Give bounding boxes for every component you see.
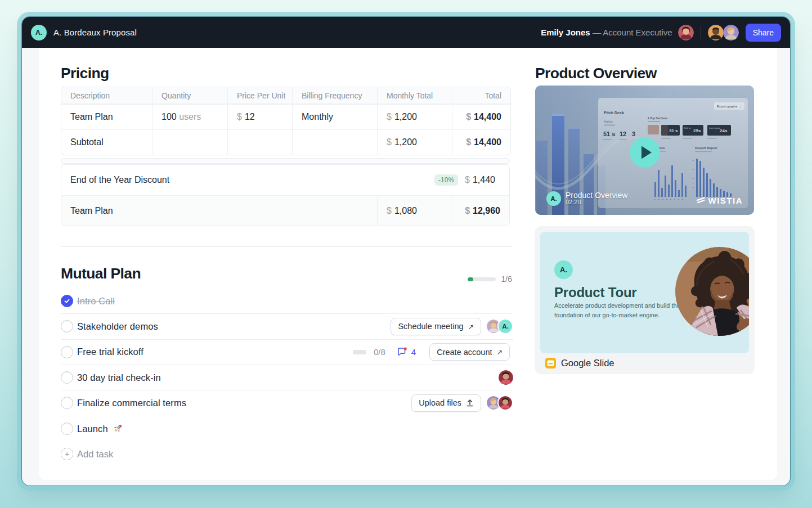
cell-description: Subtotal bbox=[61, 129, 152, 155]
task-row-stakeholder-demos: Stakeholder demos Schedule meeting↗ bbox=[61, 314, 513, 339]
workspace-avatar: A. bbox=[31, 25, 47, 41]
owner-label: Emily Jones — Account Executive bbox=[541, 28, 672, 37]
google-slide-embed[interactable]: A. Product Tour Accelerate product devel… bbox=[535, 226, 755, 374]
subtask-count: 0/8 bbox=[374, 347, 385, 357]
table-row: Subtotal $1,200 $14,400 bbox=[61, 129, 510, 155]
check-icon bbox=[64, 298, 70, 304]
owner-role: Account Executive bbox=[603, 28, 672, 37]
assignee-avatar bbox=[499, 370, 513, 385]
viewer-avatar-1[interactable] bbox=[708, 25, 724, 41]
proposal-window: A. A. Bordeaux Proposal Emily Jones — Ac… bbox=[22, 17, 790, 485]
currency-symbol: $ bbox=[387, 206, 392, 216]
slide-preview: A. Product Tour Accelerate product devel… bbox=[540, 232, 749, 353]
assignee-avatar bbox=[497, 395, 513, 411]
slide-body: Accelerate product development and build… bbox=[554, 301, 690, 320]
proposal-page: Pricing Description Quantity Price Per U… bbox=[39, 48, 777, 480]
monthly-value: 1,080 bbox=[394, 206, 417, 216]
discount-amount-value: 1,440 bbox=[473, 175, 495, 185]
create-account-button[interactable]: Create account↗ bbox=[429, 343, 510, 361]
subtask-progress-pill bbox=[353, 350, 366, 354]
rocket-emoji bbox=[112, 424, 123, 434]
task-checkbox-checked[interactable] bbox=[61, 295, 73, 307]
table-spacer-strip bbox=[61, 158, 510, 164]
arrow-up-right-icon: ↗ bbox=[468, 322, 474, 331]
cell-monthly: $1,200 bbox=[377, 104, 452, 129]
discount-amount: $1,440 bbox=[465, 175, 495, 185]
wistia-logo: WISTIA bbox=[696, 196, 743, 205]
cell-total: $14,400 bbox=[452, 129, 510, 155]
wistia-video-player[interactable]: Pitch Deck Export graphs ↓ Activity 51 s… bbox=[535, 86, 754, 215]
task-checkbox[interactable] bbox=[61, 422, 73, 435]
comments-indicator[interactable]: 4 bbox=[397, 347, 416, 357]
slide-avatar: A. bbox=[554, 260, 573, 279]
quantity-value: 100 bbox=[161, 112, 177, 122]
share-button[interactable]: Share bbox=[746, 24, 781, 42]
upload-files-button[interactable]: Upload files bbox=[411, 394, 481, 412]
currency-symbol: $ bbox=[465, 175, 470, 185]
page-title: A. Bordeaux Proposal bbox=[53, 28, 137, 37]
col-description: Description bbox=[61, 87, 152, 104]
cell-price: $12 bbox=[227, 104, 292, 129]
discount-label: End of the Year Discount bbox=[70, 175, 169, 185]
task-checkbox[interactable] bbox=[61, 346, 73, 358]
task-row-intro-call: Intro Call bbox=[61, 289, 513, 314]
cell-billing: Monthly bbox=[292, 104, 377, 129]
slide-source-label: Google Slide bbox=[561, 358, 614, 368]
progress-track bbox=[468, 277, 496, 281]
comment-count: 4 bbox=[411, 347, 416, 357]
task-label: Stakeholder demos bbox=[77, 321, 158, 332]
upload-icon bbox=[466, 399, 474, 407]
cell-total: $12,960 bbox=[452, 196, 509, 226]
pricing-header-row: Description Quantity Price Per Unit Bill… bbox=[61, 87, 510, 104]
task-label: Free trial kickoff bbox=[77, 347, 143, 357]
task-row-actions bbox=[499, 370, 513, 385]
task-row-30-day-check-in: 30 day trial check-in bbox=[61, 365, 513, 390]
task-checkbox[interactable] bbox=[61, 371, 73, 384]
total-value: 14,400 bbox=[474, 112, 501, 122]
assignee-avatar-image bbox=[499, 370, 513, 385]
monthly-value: 1,200 bbox=[394, 137, 417, 147]
topbar: A. A. Bordeaux Proposal Emily Jones — Ac… bbox=[22, 17, 790, 48]
viewer-avatars bbox=[708, 25, 739, 41]
pricing-table: Description Quantity Price Per Unit Bill… bbox=[61, 87, 511, 155]
progress-count: 1/6 bbox=[501, 275, 512, 284]
cell-monthly: $1,080 bbox=[377, 196, 452, 226]
task-checkbox[interactable] bbox=[61, 320, 73, 332]
cell-description: Team Plan bbox=[61, 196, 377, 226]
currency-symbol: $ bbox=[387, 112, 392, 122]
wistia-wordmark: WISTIA bbox=[708, 196, 743, 205]
monthly-value: 1,200 bbox=[394, 112, 417, 122]
currency-symbol: $ bbox=[466, 112, 471, 122]
button-label: Create account bbox=[437, 348, 492, 357]
task-label: Intro Call bbox=[77, 296, 115, 307]
comment-icon bbox=[397, 347, 407, 357]
assignee-avatar-image bbox=[499, 396, 512, 410]
play-button[interactable] bbox=[629, 137, 661, 168]
owner-separator: — bbox=[593, 28, 601, 37]
viewer-avatar-2[interactable] bbox=[723, 25, 739, 41]
task-row-actions: 0/8 4 Create account↗ bbox=[353, 343, 513, 361]
task-checkbox[interactable] bbox=[61, 397, 73, 409]
product-overview-heading: Product Overview bbox=[535, 65, 657, 82]
price-value: 12 bbox=[245, 112, 255, 122]
task-row-actions: Upload files bbox=[411, 394, 513, 412]
button-label: Upload files bbox=[419, 398, 461, 407]
cell-billing bbox=[292, 129, 377, 155]
add-task-button[interactable]: + Add task bbox=[61, 443, 513, 465]
col-monthly-total: Monthly Total bbox=[377, 87, 452, 104]
topbar-right: Emily Jones — Account Executive bbox=[541, 24, 781, 42]
currency-symbol: $ bbox=[466, 137, 471, 147]
owner-avatar[interactable] bbox=[678, 25, 694, 41]
table-row: Team Plan 100 users $12 Monthly $1,200 $… bbox=[61, 104, 510, 129]
currency-symbol: $ bbox=[237, 112, 242, 122]
quantity-unit: users bbox=[179, 112, 201, 122]
owner-name: Emily Jones bbox=[541, 28, 590, 37]
video-duration: 02:20 bbox=[566, 199, 581, 205]
cell-quantity bbox=[152, 129, 227, 155]
task-list: Intro Call Stakeholder demos Schedule me… bbox=[61, 289, 513, 442]
task-assignees bbox=[486, 395, 513, 411]
col-quantity: Quantity bbox=[152, 87, 227, 104]
task-row-launch: Launch bbox=[61, 416, 513, 442]
total-value: 14,400 bbox=[474, 137, 501, 147]
schedule-meeting-button[interactable]: Schedule meeting↗ bbox=[391, 318, 481, 335]
